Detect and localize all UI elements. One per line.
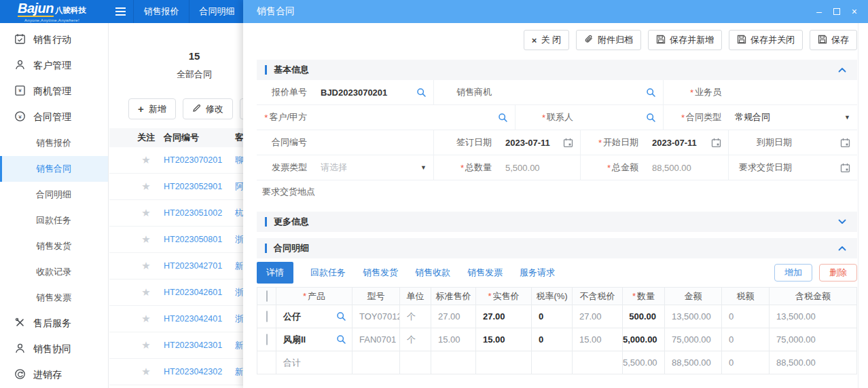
cycle-circle-icon [14, 368, 26, 382]
star-icon[interactable]: ★ [141, 313, 150, 325]
save-and-close-button[interactable]: 保存并关闭 [729, 30, 803, 50]
save-and-new-button[interactable]: 保存并新增 [648, 30, 722, 50]
calendar-icon[interactable] [711, 138, 721, 148]
quote-no-field[interactable]: BJD2023070201 [314, 80, 433, 104]
contract-link[interactable]: HT2023042701 [164, 261, 235, 271]
calendar-icon[interactable] [840, 138, 850, 148]
form-row: 要求交货地点 [257, 180, 857, 203]
invoice-type-select[interactable]: 请选择▼ [314, 155, 433, 180]
contract-type-select[interactable]: 常规合同▼ [728, 105, 857, 130]
sidebar-item-opportunity-mgmt[interactable]: ¥ 商机管理 [0, 79, 108, 104]
unit-cell: 个 [400, 305, 431, 328]
row-checkbox[interactable] [266, 334, 268, 345]
contract-no-field[interactable] [314, 130, 433, 155]
sidebar-subitem-payment-task[interactable]: 回款任务 [0, 208, 108, 233]
end-date-field[interactable] [799, 130, 857, 155]
section-contract-detail[interactable]: 合同明细 [257, 238, 857, 258]
tab-sales-receipt[interactable]: 销售收款 [415, 267, 450, 279]
sidebar-subitem-receipt-record[interactable]: 收款记录 [0, 259, 108, 285]
star-icon[interactable]: ★ [141, 207, 150, 219]
nav-tab-contract-detail[interactable]: 合同明细 [189, 0, 245, 23]
star-icon[interactable]: ★ [141, 366, 150, 378]
tab-payment-task[interactable]: 回款任务 [310, 267, 346, 279]
star-icon[interactable]: ★ [141, 260, 150, 272]
contract-link[interactable]: HT2023042401 [164, 314, 235, 324]
qty-cell[interactable]: 5,000.00 [623, 328, 665, 351]
sign-date-field[interactable]: 2023-07-11 [499, 130, 580, 155]
contact-field[interactable] [580, 105, 663, 130]
tab-sales-invoice[interactable]: 销售发票 [467, 267, 503, 279]
sidebar-subitem-sales-contract[interactable]: 销售合同 [0, 156, 108, 182]
attachment-archive-button[interactable]: 附件归档 [576, 30, 641, 50]
customer-field[interactable] [314, 105, 515, 130]
price-cell[interactable]: 15.00 [476, 328, 532, 351]
contract-no-label: 合同编号 [257, 130, 314, 155]
contract-link[interactable]: HT2023050801 [164, 235, 235, 244]
save-button[interactable]: 保存 [810, 30, 857, 50]
sidebar-subitem-sales-invoice[interactable]: 销售发票 [0, 285, 108, 311]
search-icon[interactable] [416, 88, 427, 98]
sidebar-subitem-contract-detail[interactable]: 合同明细 [0, 182, 108, 208]
nav-tab-sales-quote[interactable]: 销售报价 [133, 0, 189, 23]
contract-link[interactable]: HT2023042301 [164, 341, 235, 350]
sidebar-subitem-sales-quote[interactable]: 销售报价 [0, 130, 108, 156]
maximize-icon[interactable] [833, 8, 840, 15]
sidebar-item-sales-collab[interactable]: 销售协同 [0, 336, 108, 362]
add-line-button[interactable]: 增加 [774, 264, 812, 282]
form-row: 发票类型 请选择▼ *总数量 5,500.00 *总金额 88,500.00 要… [257, 155, 857, 180]
search-icon[interactable] [336, 334, 346, 345]
salesperson-field[interactable] [728, 80, 857, 104]
col-price: *实售价 [476, 288, 532, 305]
tax-rate-cell[interactable]: 0 [532, 305, 573, 328]
contract-link[interactable]: HT2023051002 [164, 208, 235, 218]
section-basic-info[interactable]: 基本信息 [257, 60, 857, 80]
sidebar-item-contract-mgmt[interactable]: ¥ 合同管理 [0, 104, 108, 130]
sidebar-subitem-sales-delivery[interactable]: 销售发货 [0, 233, 108, 259]
start-date-field[interactable]: 2023-07-11 [645, 130, 728, 155]
yen-circle-icon: ¥ [14, 111, 26, 124]
star-icon[interactable]: ★ [141, 339, 150, 351]
search-icon[interactable] [646, 113, 656, 123]
hamburger-menu-icon[interactable] [107, 0, 133, 23]
row-checkbox[interactable] [266, 311, 268, 322]
sidebar-item-inventory[interactable]: 进销存 [0, 362, 108, 388]
dialog-scrollbar-track[interactable] [858, 23, 868, 388]
contract-link[interactable]: HT2023052901 [164, 182, 235, 191]
delivery-place-field[interactable] [322, 180, 857, 203]
star-icon[interactable]: ★ [141, 180, 150, 193]
paperclip-icon [584, 35, 594, 46]
price-cell[interactable]: 27.00 [476, 305, 532, 328]
contract-link[interactable]: HT2023070201 [164, 155, 235, 165]
opportunity-field[interactable] [499, 80, 663, 104]
search-icon[interactable] [336, 311, 346, 322]
total-qty: 5,500.00 [623, 351, 665, 374]
search-icon[interactable] [646, 88, 656, 98]
select-all-checkbox[interactable] [266, 290, 268, 302]
calendar-icon[interactable] [563, 138, 573, 148]
close-icon[interactable]: × [852, 7, 857, 16]
star-icon[interactable]: ★ [141, 233, 150, 246]
delete-line-button[interactable]: 删除 [819, 264, 857, 282]
contract-link[interactable]: HT2023042302 [164, 367, 235, 376]
contract-link[interactable]: HT2023042601 [164, 288, 235, 297]
star-icon[interactable]: ★ [141, 286, 150, 298]
qty-cell[interactable]: 500.00 [623, 305, 665, 328]
star-icon[interactable]: ★ [141, 154, 150, 166]
section-more-info[interactable]: 更多信息 [257, 212, 857, 232]
tab-service-request[interactable]: 服务请求 [520, 267, 555, 279]
tax-rate-cell[interactable]: 0 [532, 328, 573, 351]
search-icon[interactable] [498, 113, 508, 123]
minimize-icon[interactable]: – [816, 7, 822, 16]
sidebar-item-after-sales[interactable]: 售后服务 [0, 311, 108, 336]
add-button[interactable]: + 新增 [128, 98, 176, 119]
delivery-date-field[interactable] [799, 155, 857, 180]
tools-icon [14, 317, 26, 330]
sidebar-item-sales-action[interactable]: 销售行动 [0, 27, 108, 53]
chevron-down-icon [838, 219, 846, 225]
calendar-icon[interactable] [840, 163, 850, 173]
tab-sales-delivery[interactable]: 销售发货 [363, 267, 398, 279]
tab-detail[interactable]: 详情 [257, 262, 293, 284]
edit-button[interactable]: 修改 [183, 98, 233, 119]
close-dialog-button[interactable]: × 关 闭 [524, 30, 569, 50]
sidebar-item-customer-mgmt[interactable]: 客户管理 [0, 53, 108, 79]
